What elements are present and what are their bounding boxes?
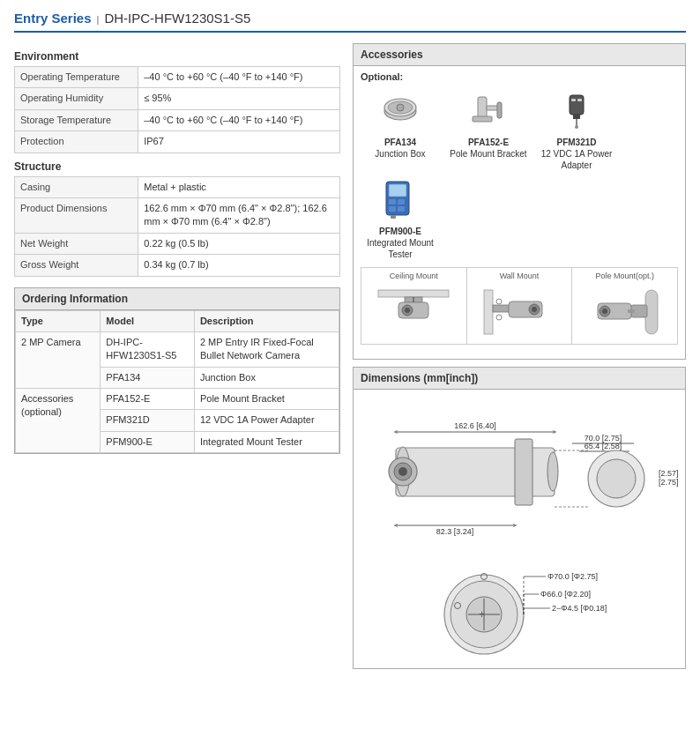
col-description: Description <box>194 310 339 331</box>
struct-casing-value: Metal + plastic <box>138 176 340 197</box>
table-row: Gross Weight 0.34 kg (0.7 lb) <box>15 255 340 276</box>
svg-text:2−Φ4.5 [Φ0.18]: 2−Φ4.5 [Φ0.18] <box>552 604 607 613</box>
accessory-pfm900: PFM900-E Integrated Mount Tester <box>361 178 440 260</box>
desc-main: 2 MP Entry IR Fixed-Focal Bullet Network… <box>194 331 339 367</box>
svg-point-11 <box>575 125 578 129</box>
svg-rect-13 <box>577 99 582 101</box>
svg-rect-8 <box>570 95 584 115</box>
pole-mount-title: Pole Mount(opt.) <box>576 272 674 280</box>
type-camera: 2 MP Camera <box>16 331 101 388</box>
pfa152-icon <box>462 89 515 133</box>
left-column: Environment Operating Temperature –40 °C… <box>14 43 340 669</box>
table-row: Product Dimensions 162.6 mm × Φ70 mm (6.… <box>15 197 340 233</box>
svg-text:Φ70.0 [Φ2.75]: Φ70.0 [Φ2.75] <box>547 572 598 581</box>
svg-text:65.4 [2.58]: 65.4 [2.58] <box>585 442 622 450</box>
model-label: DH-IPC-HFW1230S1-S5 <box>104 11 250 26</box>
accessories-box: Accessories Optional: <box>353 43 686 360</box>
svg-rect-41 <box>515 439 532 505</box>
svg-rect-17 <box>398 199 405 205</box>
struct-net-value: 0.22 kg (0.5 lb) <box>138 233 340 254</box>
type-accessories: Accessories (optional) <box>16 389 101 453</box>
svg-text:[2.75]: [2.75] <box>659 478 678 487</box>
svg-rect-21 <box>378 290 449 297</box>
svg-rect-12 <box>571 99 576 101</box>
ordering-heading: Ordering Information <box>15 288 339 310</box>
accessories-grid-top: PFA134 Junction Box <box>361 89 678 171</box>
svg-point-54 <box>597 459 636 498</box>
ordering-box: Ordering Information Type Model Descript… <box>14 287 340 455</box>
svg-point-43 <box>547 452 558 491</box>
pfm321-icon <box>550 89 603 133</box>
env-storage-value: –40 °C to +60 °C (–40 °F to +140 °F) <box>138 109 340 130</box>
structure-table: Casing Metal + plastic Product Dimension… <box>14 176 340 277</box>
pfa134-icon <box>374 89 427 133</box>
header: Entry Series | DH-IPC-HFW1230S1-S5 <box>14 11 686 33</box>
accessories-heading: Accessories <box>354 44 685 66</box>
wall-mount-title: Wall Mount <box>471 272 569 280</box>
table-row: Net Weight 0.22 kg (0.5 lb) <box>15 233 340 254</box>
svg-rect-5 <box>473 116 492 122</box>
structure-heading: Structure <box>14 160 340 173</box>
env-protection-label: Protection <box>15 131 138 153</box>
svg-rect-28 <box>493 305 509 312</box>
main-layout: Environment Operating Temperature –40 °C… <box>14 43 686 669</box>
model-main: DH-IPC-HFW1230S1-S5 <box>101 331 195 367</box>
svg-rect-7 <box>497 102 502 118</box>
env-storage-label: Storage Temperature <box>15 109 138 130</box>
struct-net-label: Net Weight <box>15 233 138 254</box>
svg-point-33 <box>496 315 502 320</box>
series-label: Entry Series <box>14 11 92 26</box>
environment-heading: Environment <box>14 50 340 63</box>
struct-casing-label: Casing <box>15 176 138 197</box>
svg-rect-15 <box>389 184 406 197</box>
struct-gross-value: 0.34 kg (0.7 lb) <box>138 255 340 276</box>
separator: | <box>97 14 100 25</box>
table-row: Operating Humidity ≤ 95% <box>15 88 340 109</box>
accessory-pfa152: PFA152-E Pole Mount Bracket <box>449 89 528 171</box>
pfa152-label: PFA152-E Pole Mount Bracket <box>450 137 526 160</box>
table-row: Operating Temperature –40 °C to +60 °C (… <box>15 67 340 88</box>
pfa134-label: PFA134 Junction Box <box>375 137 425 160</box>
svg-text:+: + <box>479 608 485 621</box>
svg-point-38 <box>602 309 607 314</box>
ceiling-mount-diagram: Ceiling Mount <box>361 268 467 344</box>
model-pfa134: PFA134 <box>101 367 195 388</box>
accessories-optional-label: Optional: <box>361 71 678 82</box>
svg-point-31 <box>532 307 537 312</box>
dimensions-box: Dimensions (mm[inch]) <box>353 367 686 669</box>
dimensions-diagram: 162.6 [6.40] 70.0 [2.75] 65.4 [2.58] <box>361 395 678 663</box>
svg-point-3 <box>397 104 404 111</box>
wall-mount-diagram: Wall Mount <box>467 268 573 344</box>
model-pfa152: PFA152-E <box>101 389 195 410</box>
pfm900-label: PFM900-E Integrated Mount Tester <box>367 226 434 260</box>
struct-dims-value: 162.6 mm × Φ70 mm (6.4" × Φ2.8"); 162.6 … <box>138 197 340 233</box>
struct-gross-label: Gross Weight <box>15 255 138 276</box>
accessory-pfa134: PFA134 Junction Box <box>361 89 440 171</box>
mount-diagrams: Ceiling Mount <box>361 267 678 345</box>
svg-text:162.6 [6.40]: 162.6 [6.40] <box>454 421 496 430</box>
table-row: Accessories (optional) PFA152-E Pole Mou… <box>16 389 339 410</box>
table-row: Storage Temperature –40 °C to +60 °C (–4… <box>15 109 340 130</box>
ceiling-mount-img <box>365 283 463 340</box>
pole-mount-diagram: Pole Mount(opt.) <box>572 268 677 344</box>
svg-point-32 <box>496 299 502 304</box>
accessory-pfm321: PFM321D 12 VDC 1A Power Adapter <box>537 89 616 171</box>
svg-text:Φ66.0 [Φ2.20]: Φ66.0 [Φ2.20] <box>540 590 591 599</box>
model-pfm900: PFM900-E <box>101 431 195 452</box>
pfm321-label: PFM321D 12 VDC 1A Power Adapter <box>541 137 613 171</box>
svg-point-46 <box>398 467 407 476</box>
accessories-grid-bottom: PFM900-E Integrated Mount Tester <box>361 178 678 260</box>
table-row: Casing Metal + plastic <box>15 176 340 197</box>
ceiling-mount-title: Ceiling Mount <box>365 272 463 280</box>
svg-rect-18 <box>389 206 396 212</box>
pfm900-icon <box>374 178 427 222</box>
svg-point-25 <box>405 308 410 313</box>
model-pfm321: PFM321D <box>101 410 195 431</box>
page: Entry Series | DH-IPC-HFW1230S1-S5 Envir… <box>0 0 700 680</box>
env-op-temp-value: –40 °C to +60 °C (–40 °F to +140 °F) <box>138 67 340 88</box>
environment-table: Operating Temperature –40 °C to +60 °C (… <box>14 66 340 153</box>
svg-text:82.3 [3.24]: 82.3 [3.24] <box>436 527 474 536</box>
desc-pfm900: Integrated Mount Tester <box>194 431 339 452</box>
dimensions-heading: Dimensions (mm[inch]) <box>354 368 685 390</box>
desc-pfa152: Pole Mount Bracket <box>194 389 339 410</box>
